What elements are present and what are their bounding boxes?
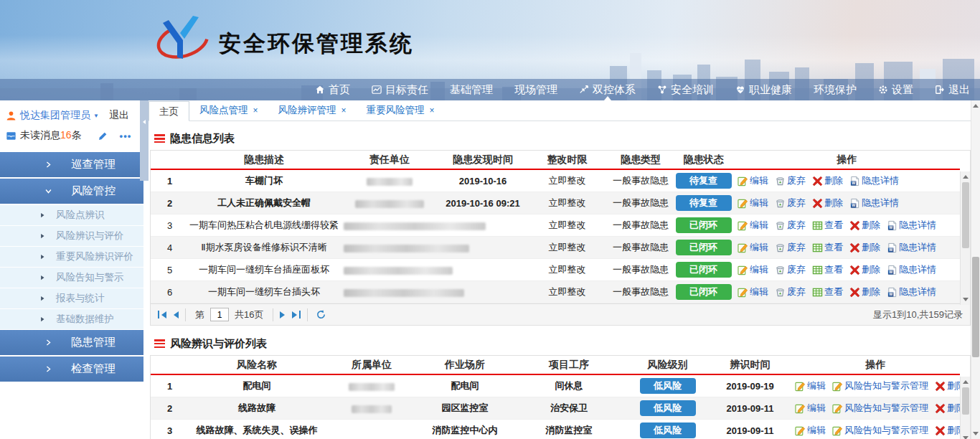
user-dropdown-caret-icon[interactable]: ▼	[93, 113, 99, 119]
scrollbar-thumb[interactable]	[972, 257, 979, 357]
close-icon[interactable]: ×	[253, 105, 258, 115]
scroll-down-icon[interactable]	[961, 295, 970, 304]
scroll-up-icon[interactable]	[961, 172, 970, 181]
scroll-up-icon[interactable]	[971, 101, 980, 110]
edit-link[interactable]: 编辑	[738, 174, 768, 187]
edit-link[interactable]: 编辑	[738, 241, 768, 254]
refresh-icon[interactable]	[316, 309, 326, 320]
edit-link[interactable]: 编辑	[738, 219, 768, 232]
tab-risk-point-management[interactable]: 风险点管理×	[189, 100, 268, 121]
danger-detail-link[interactable]: 隐患详情	[887, 241, 936, 254]
page-number-input[interactable]	[210, 308, 229, 321]
edit-link[interactable]: 编辑	[738, 197, 768, 209]
discard-link[interactable]: 废弃	[775, 174, 806, 187]
user-name[interactable]: 悦达集团管理员	[20, 109, 90, 122]
risk-notice-link[interactable]: 风险告知与警示管理	[832, 402, 928, 415]
tab-home[interactable]: 主页	[149, 101, 189, 121]
nav-home[interactable]: 首页	[315, 79, 350, 100]
nav-basic-management[interactable]: 基础管理	[450, 79, 493, 100]
sidebar-item-risk-control[interactable]: 风险管控	[0, 179, 143, 204]
edit-link[interactable]: 编辑	[738, 263, 768, 276]
risk-notice-link[interactable]: 风险告知与警示管理	[832, 424, 928, 437]
table-row[interactable]: 2 工人未正确佩戴安全帽 2019-10-16 09:21 立即整改 一般事故隐…	[151, 192, 960, 214]
close-icon[interactable]: ×	[430, 105, 435, 115]
table-row[interactable]: 3 一期车间热压粘合机电源线绷得较紧 立即整改 一般事故隐患 已闭环 编辑 废弃…	[151, 214, 960, 237]
delete-link[interactable]: 删除	[812, 174, 843, 187]
table-scrollbar[interactable]	[960, 377, 970, 439]
discard-link[interactable]: 废弃	[775, 219, 806, 232]
sidebar-logout-link[interactable]: 退出	[109, 109, 129, 122]
delete-link[interactable]: 删除	[849, 285, 880, 298]
view-link[interactable]: 查看	[812, 219, 843, 232]
scroll-down-icon[interactable]	[961, 433, 970, 439]
sidebar-item-hidden-danger-management[interactable]: 隐患管理	[0, 330, 143, 355]
sidebar-subitem-risk-identification-evaluation[interactable]: 风险辨识与评价	[0, 226, 143, 247]
risk-notice-link[interactable]: 风险告知与警示管理	[832, 379, 928, 392]
sidebar-subitem-risk-notification-warning[interactable]: 风险告知与警示	[0, 268, 143, 288]
table-row[interactable]: 1 车棚门坏 2019-10-16 立即整改 一般事故隐患 待复查 编辑 废弃 …	[151, 170, 960, 192]
discard-link[interactable]: 废弃	[775, 241, 806, 254]
nav-environment[interactable]: 环境保护	[814, 79, 857, 100]
view-link[interactable]: 查看	[812, 241, 843, 254]
table-scrollbar[interactable]	[960, 171, 970, 305]
table-row[interactable]: 3 线路故障、系统失灵、误操作 消防监控中心内 消防监控室 低风险 2019-0…	[151, 420, 960, 439]
scroll-down-icon[interactable]	[971, 429, 980, 438]
unread-messages-link[interactable]: 未读消息16条	[20, 129, 82, 142]
table-row[interactable]: 1 配电间 配电间 间休息 低风险 2019-09-19 编辑 风险告知与警示管…	[151, 375, 960, 397]
edit-link[interactable]: 编辑	[795, 402, 826, 415]
next-page-button[interactable]	[280, 311, 285, 318]
sidebar-item-patrol-management[interactable]: 巡查管理	[0, 152, 143, 177]
sidebar-subitem-reports-statistics[interactable]: 报表与统计	[0, 288, 143, 309]
delete-link[interactable]: 删除	[849, 241, 880, 254]
prev-page-button[interactable]	[174, 311, 179, 318]
delete-link[interactable]: 删除	[849, 219, 880, 232]
sidebar-subitem-major-risk-identification[interactable]: 重要风险辨识评价	[0, 247, 143, 268]
nav-dual-control[interactable]: 双控体系	[579, 79, 636, 100]
danger-desc: 工人未正确佩戴安全帽	[189, 197, 339, 209]
nav-occupational-health[interactable]: 职业健康	[735, 79, 792, 100]
last-page-button[interactable]	[292, 311, 301, 318]
discard-link[interactable]: 废弃	[775, 197, 806, 209]
sidebar-subitem-basic-data-maintenance[interactable]: 基础数据维护	[0, 309, 143, 330]
table-row[interactable]: 4 Ⅱ期水泵房设备维修标识不清晰 立即整改 一般事故隐患 已闭环 编辑 废弃 查…	[151, 237, 960, 259]
danger-detail-link[interactable]: 隐患详情	[887, 263, 936, 276]
more-options-icon[interactable]: •••	[120, 131, 132, 141]
compose-pencil-icon[interactable]	[98, 131, 108, 141]
discard-link[interactable]: 废弃	[775, 285, 806, 298]
sidebar-collapse-handle[interactable]	[140, 100, 149, 181]
nav-site-management[interactable]: 现场管理	[514, 79, 557, 100]
page-scrollbar[interactable]	[971, 100, 980, 439]
nav-settings[interactable]: 设置	[878, 79, 913, 100]
edit-link[interactable]: 编辑	[738, 285, 768, 298]
danger-detail-link[interactable]: 隐患详情	[849, 197, 899, 209]
document-icon	[849, 176, 860, 187]
redacted-unit	[344, 289, 464, 297]
edit-link[interactable]: 编辑	[795, 424, 826, 437]
nav-target-responsibility[interactable]: 目标责任	[372, 79, 428, 100]
first-page-button[interactable]	[158, 311, 166, 318]
danger-detail-link[interactable]: 隐患详情	[887, 219, 936, 232]
scrollbar-thumb[interactable]	[962, 387, 969, 415]
delete-link[interactable]: 删除	[849, 263, 880, 276]
view-link[interactable]: 查看	[812, 285, 843, 298]
table-row[interactable]: 5 一期车间一缝纫车台插座面板坏 立即整改 一般事故隐患 已闭环 编辑 废弃 查…	[151, 259, 960, 281]
discard-link[interactable]: 废弃	[775, 263, 806, 276]
edit-link[interactable]: 编辑	[795, 379, 826, 392]
danger-detail-link[interactable]: 隐患详情	[887, 285, 936, 298]
tab-risk-evaluation-management[interactable]: 风险辨评管理×	[268, 100, 357, 121]
tab-major-risk-management[interactable]: 重要风险管理×	[357, 100, 445, 121]
discard-icon	[775, 287, 786, 298]
table-row[interactable]: 6 一期车间一缝纫车台插头坏 立即整改 一般事故隐患 已闭环 编辑 废弃 查看 …	[151, 281, 960, 303]
delete-link[interactable]: 删除	[812, 197, 843, 209]
scroll-up-icon[interactable]	[961, 377, 970, 387]
nav-safety-training[interactable]: 安全培训	[657, 79, 714, 100]
table-row[interactable]: 2 线路故障 园区监控室 治安保卫 低风险 2019-09-11 编辑 风险告知…	[151, 397, 960, 420]
sidebar-item-inspection-management[interactable]: 检查管理	[0, 357, 143, 382]
status-badge: 已闭环	[676, 262, 732, 278]
nav-logout[interactable]: 退出	[935, 79, 970, 100]
danger-detail-link[interactable]: 隐患详情	[849, 174, 899, 187]
view-link[interactable]: 查看	[812, 263, 843, 276]
sidebar-subitem-risk-point-identification[interactable]: 风险点辨识	[0, 205, 143, 226]
close-icon[interactable]: ×	[341, 105, 347, 115]
scrollbar-thumb[interactable]	[962, 182, 969, 248]
